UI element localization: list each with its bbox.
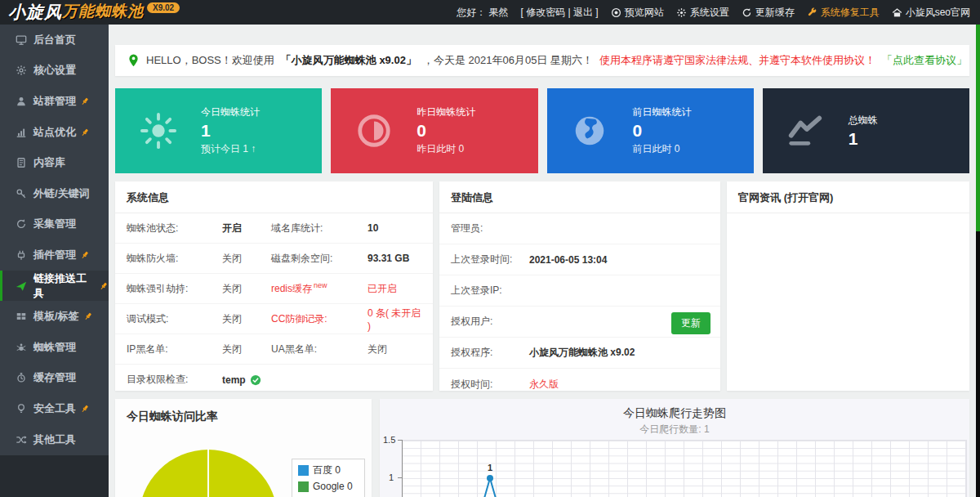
- y-tick-label: 1.5: [383, 435, 395, 445]
- sidebar-item-links-keywords[interactable]: 外链/关键词: [0, 178, 109, 209]
- info-label: 授权程序:: [451, 346, 529, 360]
- info-label: 上次登录时间:: [451, 253, 529, 266]
- sidebar-item-label: 站群管理: [33, 94, 76, 109]
- legend-item[interactable]: Google 0: [298, 481, 357, 492]
- view-agreement-link[interactable]: 「点此查看协议」: [882, 53, 967, 68]
- pie-legend[interactable]: 百度 0 Google 0 360蜘蛛 0: [292, 459, 365, 497]
- sidebar-item-site-optimize[interactable]: 站点优化: [0, 117, 109, 148]
- sidebar-item-label: 链接推送工具: [33, 271, 95, 301]
- stat-card-subtext: 昨日此时 0: [416, 142, 475, 156]
- login-info-title: 登陆信息: [439, 181, 720, 213]
- sidebar-item-cache-manage[interactable]: 缓存管理: [0, 363, 109, 394]
- system-info-row: 蜘蛛防火墙: 关闭 磁盘剩余空间: 93.31 GB: [115, 244, 433, 274]
- sidebar-item-site-group[interactable]: 站群管理: [0, 86, 109, 117]
- account-links[interactable]: [ 修改密码 | 退出 ]: [521, 6, 599, 20]
- stat-card-today[interactable]: 今日蜘蛛统计 1 预计今日 1 ↑: [115, 88, 322, 173]
- welcome-product-name: 「小旋风万能蜘蛛池 x9.02」: [281, 53, 416, 68]
- nav-repair-tools[interactable]: 系统修复工具: [807, 6, 880, 20]
- trend-icon: [763, 112, 849, 150]
- info-label: 上次登录IP:: [451, 284, 529, 298]
- pie-chart: [139, 450, 278, 497]
- info-value: 已开启: [368, 282, 421, 296]
- sidebar-item-security-tools[interactable]: 安全工具: [0, 393, 109, 424]
- line-series: [402, 440, 967, 497]
- update-button[interactable]: 更新: [671, 312, 710, 334]
- open-official-site-link[interactable]: (打开官网): [784, 191, 834, 204]
- news-panel: 官网资讯 (打开官网): [727, 181, 969, 391]
- info-value: 关闭: [222, 282, 271, 296]
- bar-chart-icon: [16, 127, 27, 138]
- pin-icon: [80, 128, 90, 137]
- info-label: IP黑名单:: [127, 343, 222, 356]
- login-info-panel: 登陆信息 管理员: 上次登录时间: 2021-06-05 13:04 上次登录I…: [439, 181, 720, 391]
- user-icon: [16, 96, 27, 107]
- login-info-row: 上次登录时间: 2021-06-05 13:04: [439, 244, 720, 275]
- refresh-icon: [742, 7, 752, 18]
- sidebar-item-label: 核心设置: [33, 63, 76, 78]
- pie-slice-divider: [207, 450, 209, 497]
- nav-official-site[interactable]: 小旋风seo官网: [892, 6, 970, 20]
- info-label: 授权用户:: [451, 315, 529, 329]
- sidebar-item-core-settings[interactable]: 核心设置: [0, 56, 109, 87]
- charts-row: 今日蜘蛛访问比率 百度 0 Google 0 360蜘蛛 0 今日蜘蛛爬行走势图…: [115, 399, 969, 497]
- info-label: 蜘蛛池状态:: [127, 222, 222, 235]
- page-scrollbar[interactable]: [976, 25, 980, 497]
- top-navigation: 您好： 果然 [ 修改密码 | 退出 ] 预览网站 系统设置 更新缓存 系统修复…: [212, 6, 980, 20]
- scrollbar-thumb[interactable]: [976, 25, 980, 231]
- gear-icon: [676, 7, 687, 18]
- info-label: 目录权限检查:: [127, 373, 222, 387]
- sidebar-item-label: 外链/关键词: [33, 186, 90, 201]
- info-value: 10: [368, 222, 421, 234]
- sidebar-item-collection[interactable]: 采集管理: [0, 209, 109, 240]
- redis-cache-link[interactable]: redis缓存new: [271, 281, 368, 296]
- sidebar-item-label: 采集管理: [33, 217, 76, 231]
- sidebar: 后台首页 核心设置 站群管理 站点优化 内容库 外链/关键词 采集管理: [0, 25, 109, 497]
- sidebar-item-plugins[interactable]: 插件管理: [0, 240, 109, 271]
- sidebar-item-dashboard[interactable]: 后台首页: [0, 25, 109, 56]
- sidebar-item-templates-tags[interactable]: 模板/标签: [0, 301, 109, 332]
- info-value: 关闭: [222, 312, 271, 326]
- nav-refresh-cache[interactable]: 更新缓存: [742, 6, 795, 20]
- stat-card-day-before[interactable]: 前日蜘蛛统计 0 前日此时 0: [547, 88, 754, 173]
- login-info-row: 授权用户: 更新: [439, 307, 720, 338]
- login-info-row: 授权程序: 小旋风万能蜘蛛池 x9.02: [439, 338, 720, 369]
- pie-chart-title: 今日蜘蛛访问比率: [115, 399, 372, 429]
- news-panel-title: 官网资讯: [738, 191, 781, 204]
- sidebar-item-other-tools[interactable]: 其他工具: [0, 424, 109, 455]
- sidebar-item-label: 安全工具: [33, 401, 76, 416]
- paper-plane-icon: [16, 280, 27, 292]
- sidebar-item-spider-manage[interactable]: 蜘蛛管理: [0, 332, 109, 363]
- stat-card-title: 前日蜘蛛统计: [633, 105, 692, 119]
- version-badge: X9.02: [147, 2, 180, 13]
- nav-system-settings[interactable]: 系统设置: [676, 6, 729, 20]
- stat-card-title: 昨日蜘蛛统计: [416, 105, 475, 119]
- globe-icon: [547, 112, 633, 150]
- home-icon: [892, 7, 902, 18]
- pin-icon: [80, 96, 90, 106]
- sidebar-item-link-push-tools[interactable]: 链接推送工具: [0, 271, 109, 302]
- stat-card-subtext: 预计今日 1 ↑: [201, 142, 260, 156]
- sidebar-item-content-library[interactable]: 内容库: [0, 147, 109, 178]
- plugin-icon: [16, 249, 27, 261]
- nav-label: 系统修复工具: [821, 6, 880, 20]
- info-panels-row: 系统信息 蜘蛛池状态: 开启 域名库统计: 10 蜘蛛防火墙: 关闭 磁盘剩余空…: [115, 181, 969, 391]
- wrench-icon: [807, 7, 817, 18]
- stat-card-yesterday[interactable]: 昨日蜘蛛统计 0 昨日此时 0: [331, 88, 537, 173]
- legend-item[interactable]: 百度 0: [298, 463, 357, 477]
- nav-preview-site[interactable]: 预览网站: [611, 6, 664, 20]
- info-value: 关闭: [222, 343, 271, 356]
- info-value: 0 条( 未开启 ): [368, 307, 421, 332]
- info-value: 开启: [222, 222, 271, 235]
- contrast-icon: [331, 112, 416, 150]
- stat-card-value: 0: [633, 122, 692, 140]
- sidebar-item-label: 蜘蛛管理: [33, 340, 76, 355]
- info-label: 蜘蛛防火墙:: [127, 252, 222, 266]
- line-chart-subtitle: 今日爬行数量: 1: [380, 423, 969, 437]
- logo-text-primary: 小旋风: [8, 1, 62, 24]
- info-value: 关闭: [222, 252, 271, 266]
- line-chart-title: 今日蜘蛛爬行走势图: [380, 399, 969, 421]
- stat-card-total[interactable]: 总蜘蛛 1: [763, 88, 969, 173]
- last-login-time: 2021-06-05 13:04: [529, 254, 709, 266]
- system-info-row: 蜘蛛池状态: 开启 域名库统计: 10: [115, 213, 433, 244]
- cc-defense-link[interactable]: CC防御记录:: [271, 312, 368, 326]
